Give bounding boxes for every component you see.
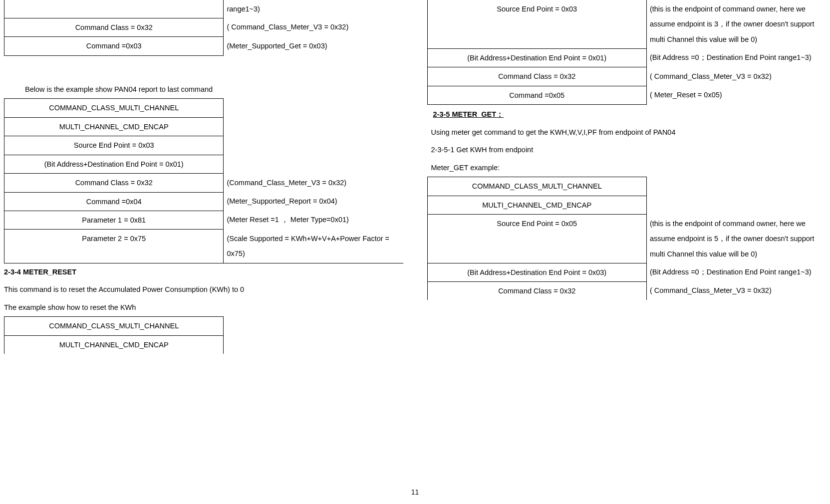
left-column: range1~3) Command Class = 0x32 ( Command… [4,0,403,354]
t3-r1-left: COMMAND_CLASS_MULTI_CHANNEL [4,317,224,335]
t2-r2-left: MULTI_CHANNEL_CMD_ENCAP [4,117,224,136]
t4-r1-left: Source End Point = 0x03 [427,0,646,48]
t5-r1-left: COMMAND_CLASS_MULTI_CHANNEL [427,177,646,196]
t5-r1-right [646,177,826,196]
t1-r1-left [4,0,224,18]
t4-r4-right: ( Meter_Reset = 0x05) [646,86,826,104]
t4-r4-left: Command =0x05 [427,86,646,104]
t2-r2-right [224,117,403,136]
below-example-text: Below is the example show PAN04 report t… [4,83,403,97]
t4-r1-right: (this is the endpoint of command owner, … [646,0,826,48]
t2-r6-left: Command =0x04 [4,192,224,211]
t1-r1-right: range1~3) [224,0,403,18]
t5-r4-left: (Bit Address+Destination End Point = 0x0… [427,263,646,281]
t2-r3-right [224,136,403,155]
t2-r4-right [224,155,403,173]
t4-r3-right: ( Command_Class_Meter_V3 = 0x32) [646,67,826,86]
meter-get-desc: Using meter get command to get the KWH,W… [427,126,827,140]
t2-r4-left: (Bit Address+Destination End Point = 0x0… [4,155,224,173]
table-3: COMMAND_CLASS_MULTI_CHANNEL MULTI_CHANNE… [4,316,403,354]
table-1: range1~3) Command Class = 0x32 ( Command… [4,0,403,56]
t1-r3-right: (Meter_Supported_Get = 0x03) [224,37,403,55]
t5-r5-right: ( Command_Class_Meter_V3 = 0x32) [646,281,826,300]
t5-r3-right: (this is the endpoint of command owner, … [646,215,826,263]
t2-r5-right: (Command_Class_Meter_V3 = 0x32) [224,174,403,192]
meter-reset-title: 2-3-4 METER_RESET [4,265,403,279]
right-column: Source End Point = 0x03 (this is the end… [427,0,827,354]
t2-r3-left: Source End Point = 0x03 [4,136,224,155]
t5-r2-right [646,196,826,214]
t1-r3-left: Command =0x03 [4,37,224,55]
t2-r8-right: (Scale Supported = KWh+W+V+A+Power Facto… [224,230,403,263]
table-4: Source End Point = 0x03 (this is the end… [427,0,827,105]
t3-r2-left: MULTI_CHANNEL_CMD_ENCAP [4,335,224,354]
t5-r3-left: Source End Point = 0x05 [427,215,646,263]
t3-r1-right [224,317,403,335]
t5-r2-left: MULTI_CHANNEL_CMD_ENCAP [427,196,646,214]
page-number: 11 [411,486,419,499]
t2-r8-left: Parameter 2 = 0x75 [4,230,224,263]
t2-r6-right: (Meter_Supported_Report = 0x04) [224,192,403,211]
t2-r7-left: Parameter 1 = 0x81 [4,211,224,229]
t3-r2-right [224,335,403,354]
t4-r3-left: Command Class = 0x32 [427,67,646,86]
t2-r7-right: (Meter Reset =1 ， Meter Type=0x01) [224,211,403,229]
t1-r2-left: Command Class = 0x32 [4,18,224,36]
table-5: COMMAND_CLASS_MULTI_CHANNEL MULTI_CHANNE… [427,177,827,300]
t2-r1-left: COMMAND_CLASS_MULTI_CHANNEL [4,99,224,117]
t5-r5-left: Command Class = 0x32 [427,281,646,300]
table-2: COMMAND_CLASS_MULTI_CHANNEL MULTI_CHANNE… [4,98,403,263]
t4-r2-right: (Bit Address =0；Destination End Point ra… [646,48,826,67]
meter-get-title: 2-3-5 METER_GET： [427,108,827,122]
t1-r2-right: ( Command_Class_Meter_V3 = 0x32) [224,18,403,36]
meter-reset-desc: This command is to reset the Accumulated… [4,283,403,297]
meter-reset-example-text: The example show how to reset the KWh [4,301,403,315]
meter-get-example-text: Meter_GET example: [427,161,827,175]
meter-get-sub: 2-3-5-1 Get KWH from endpoint [427,143,827,157]
t4-r2-left: (Bit Address+Destination End Point = 0x0… [427,48,646,67]
page-container: range1~3) Command Class = 0x32 ( Command… [0,0,830,354]
t5-r4-right: (Bit Address =0；Destination End Point ra… [646,263,826,281]
t2-r1-right [224,99,403,117]
t2-r5-left: Command Class = 0x32 [4,174,224,192]
